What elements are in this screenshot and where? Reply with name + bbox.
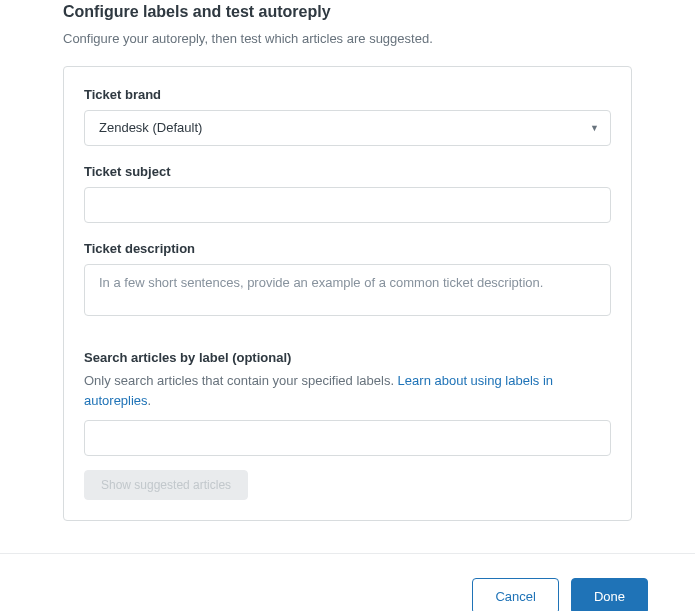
ticket-brand-select[interactable]: Zendesk (Default) ▼ [84,110,611,146]
ticket-subject-label: Ticket subject [84,164,611,179]
search-subtext-prefix: Only search articles that contain your s… [84,373,398,388]
search-articles-label: Search articles by label (optional) [84,350,611,365]
page-subtitle: Configure your autoreply, then test whic… [63,31,632,46]
ticket-subject-input[interactable] [84,187,611,223]
show-suggested-articles-button: Show suggested articles [84,470,248,500]
search-subtext-suffix: . [148,393,152,408]
done-button[interactable]: Done [571,578,648,611]
cancel-button[interactable]: Cancel [472,578,558,611]
ticket-brand-group: Ticket brand Zendesk (Default) ▼ [84,87,611,146]
search-labels-input[interactable] [84,420,611,456]
ticket-description-label: Ticket description [84,241,611,256]
search-articles-subtext: Only search articles that contain your s… [84,371,611,410]
page-title: Configure labels and test autoreply [63,3,632,21]
footer: Cancel Done [0,554,695,611]
ticket-description-textarea[interactable] [84,264,611,316]
ticket-subject-group: Ticket subject [84,164,611,223]
config-panel: Ticket brand Zendesk (Default) ▼ Ticket … [63,66,632,521]
ticket-brand-select-button[interactable]: Zendesk (Default) [84,110,611,146]
search-articles-group: Search articles by label (optional) Only… [84,350,611,500]
ticket-brand-label: Ticket brand [84,87,611,102]
ticket-description-group: Ticket description [84,241,611,320]
